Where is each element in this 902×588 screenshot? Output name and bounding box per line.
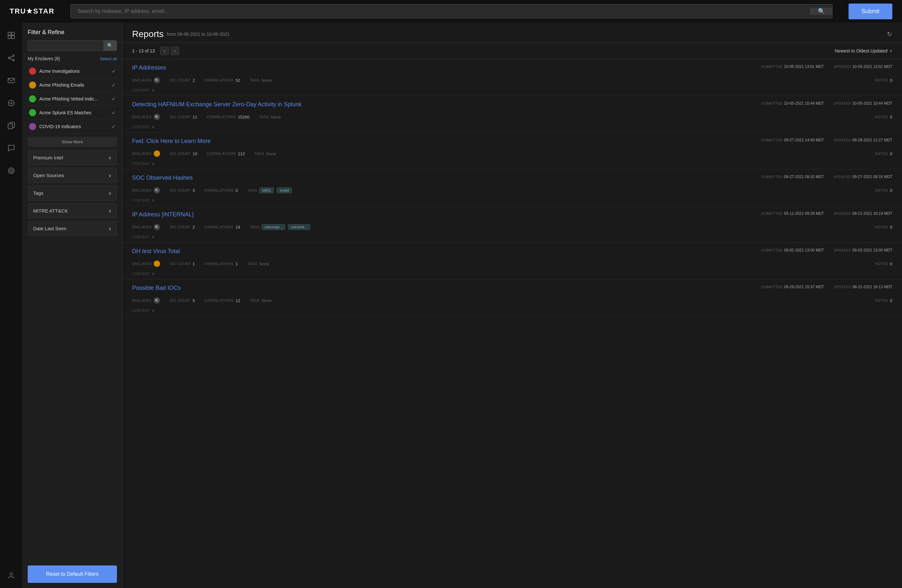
svg-point-11	[11, 102, 12, 104]
report-meta-dh-test: SUBMITTED09-02-2021 13:00 MDT UPDATED09-…	[761, 248, 892, 252]
report-details-dh-test: ENCLAVES IOC COUNT 1 CORRELATIONS 1 TAGS…	[132, 257, 892, 269]
page-nav: ‹ ›	[160, 47, 179, 55]
filter-tags-chevron: ∨	[108, 191, 111, 196]
report-link-dh-test[interactable]: DH test Virus Total	[132, 248, 180, 255]
enclave-item-acme-phishing-vetted[interactable]: Acme Phishing Vetted Indic... ✓	[28, 92, 117, 106]
content-row-fwd[interactable]: CONTENT ∨	[132, 160, 892, 169]
report-link-fwd[interactable]: Fwd: Click Here to Learn More	[132, 138, 211, 145]
svg-line-8	[10, 58, 13, 60]
tag-mitre-repl[interactable]: mitre/repl...	[262, 224, 285, 230]
search-input[interactable]	[71, 5, 811, 18]
svg-point-20	[11, 170, 12, 171]
sort-chevron-icon: ∨	[889, 48, 892, 53]
filter-date-last-seen: Date Last Seen ∨	[28, 221, 117, 236]
search-button[interactable]: 🔍	[811, 8, 832, 15]
report-details-fwd: ENCLAVES IOC COUNT 10 CORRELATIONS 112 T…	[132, 147, 892, 160]
sort-wrap[interactable]: Newest to Oldest Updated ∨	[835, 48, 892, 53]
report-item-dh-test: DH test Virus Total SUBMITTED09-02-2021 …	[122, 243, 902, 280]
content-chevron-icon-soc: ∨	[152, 198, 155, 203]
reports-toolbar: 1 - 13 of 13 ‹ › Newest to Oldest Update…	[122, 43, 902, 59]
enclave-item-covid19[interactable]: COVID-19 Indicators ✓	[28, 120, 117, 134]
report-link-soc-hashes[interactable]: SOC Observed Hashes	[132, 175, 193, 181]
enclave-check: ✓	[112, 110, 116, 115]
enclave-item-acme-phishing-emails[interactable]: Acme Phishing Emails ✓	[28, 78, 117, 92]
enclave-icon-covid19	[29, 123, 36, 130]
svg-rect-0	[8, 32, 11, 35]
search-bar: 🔍	[70, 4, 832, 18]
icon-nav	[0, 22, 23, 588]
report-meta-fwd: SUBMITTED09-27-2021 14:49 MDT UPDATED09-…	[761, 138, 892, 142]
filter-open-sources-chevron: ∨	[108, 173, 111, 178]
report-details-possible-bad-iocs: ENCLAVES 🔍 IOC COUNT 5 CORRELATIONS 12 T…	[132, 294, 892, 306]
filter-premium-intel: Premium Intel ∨	[28, 150, 117, 165]
filter-premium-intel-label: Premium Intel	[33, 155, 63, 160]
sort-label: Newest to Oldest Updated	[835, 48, 888, 53]
filter-date-last-seen-header[interactable]: Date Last Seen ∨	[28, 221, 117, 236]
updated-meta: UPDATED10-05-2021 13:01 MDT	[834, 64, 892, 69]
filter-premium-intel-header[interactable]: Premium Intel ∨	[28, 150, 117, 165]
filter-search-icon: 🔍	[107, 43, 113, 48]
tag-ta551[interactable]: ta551	[259, 188, 274, 193]
reports-panel: Reports from 09-06-2021 to 10-06-2021 ↻ …	[122, 22, 902, 588]
filter-search-button[interactable]: 🔍	[103, 41, 117, 50]
svg-point-21	[10, 573, 13, 575]
nav-icon-copy[interactable]	[5, 119, 18, 132]
refresh-icon[interactable]: ↻	[887, 30, 892, 38]
filter-mitre-header[interactable]: MITRE ATT&CK ∨	[28, 203, 117, 218]
submitted-meta: SUBMITTED10-05-2021 13:01 MDT	[761, 64, 824, 69]
filter-premium-intel-chevron: ∨	[108, 155, 111, 160]
nav-icon-target[interactable]	[5, 164, 18, 177]
report-item-fwd: Fwd: Click Here to Learn More SUBMITTED0…	[122, 133, 902, 169]
submit-button[interactable]: Submit	[849, 3, 892, 19]
filter-search-wrap: 🔍	[28, 40, 117, 51]
nav-icon-chat[interactable]	[5, 142, 18, 155]
content-row-hafnium[interactable]: CONTENT ∨	[132, 123, 892, 132]
content-row-possible-bad-iocs[interactable]: CONTENT ∨	[132, 306, 892, 316]
enclave-item-acme-investigations[interactable]: Acme Investigations ✓	[28, 64, 117, 78]
report-link-possible-bad-iocs[interactable]: Possible Bad IOCs	[132, 285, 181, 291]
reports-date-range: from 09-06-2021 to 10-06-2021	[167, 31, 230, 37]
filter-tags: Tags ∨	[28, 186, 117, 201]
next-page-button[interactable]: ›	[171, 47, 179, 55]
content-row[interactable]: CONTENT ∨	[132, 86, 892, 95]
filter-open-sources-label: Open Sources	[33, 173, 64, 178]
enclave-name: Acme Phishing Emails	[39, 83, 112, 88]
enclave-check: ✓	[112, 69, 116, 74]
content-row-soc-hashes[interactable]: CONTENT ∨	[132, 196, 892, 206]
nav-icon-compass[interactable]	[5, 97, 18, 109]
prev-page-button[interactable]: ‹	[160, 47, 169, 55]
select-all-link[interactable]: Select all	[100, 56, 117, 61]
tag-icedid[interactable]: icedid	[277, 188, 292, 193]
svg-point-6	[13, 59, 14, 61]
filter-open-sources-header[interactable]: Open Sources ∨	[28, 168, 117, 183]
reset-button[interactable]: Reset to Default Filters	[28, 566, 117, 583]
nav-icon-mail[interactable]	[5, 74, 18, 87]
report-meta-soc-hashes: SUBMITTED09-27-2021 08:10 MDT UPDATED09-…	[761, 175, 892, 179]
report-meta-ip-internal: SUBMITTED05-11-2021 09:28 MDT UPDATED09-…	[761, 211, 892, 216]
show-more-button[interactable]: Show More	[28, 137, 117, 147]
enclave-icon-acme-splunk	[29, 109, 36, 116]
enclave-name: Acme Splunk ES Matches	[39, 110, 112, 115]
svg-rect-2	[8, 36, 11, 39]
nav-icon-user[interactable]	[5, 569, 18, 582]
enclave-name: Acme Phishing Vetted Indic...	[39, 96, 112, 102]
filter-tags-header[interactable]: Tags ∨	[28, 186, 117, 200]
report-link-ip-internal[interactable]: IP Address [INTERNAL]	[132, 211, 194, 218]
content-row-dh-test[interactable]: CONTENT ∨	[132, 269, 892, 279]
report-details-soc-hashes: ENCLAVES 🔍 IOC COUNT 3 CORRELATIONS 0 TA…	[132, 184, 892, 196]
filter-search-input[interactable]	[28, 41, 103, 50]
nav-icon-share[interactable]	[5, 52, 18, 64]
enclave-item-acme-splunk[interactable]: Acme Splunk ES Matches ✓	[28, 106, 117, 120]
main-layout: Filter & Refine 🔍 My Enclaves (8) Select…	[0, 22, 902, 588]
content-row-ip-internal[interactable]: CONTENT ∨	[132, 233, 892, 242]
content-chevron-icon-hafnium: ∨	[152, 125, 155, 129]
svg-rect-3	[12, 36, 14, 39]
reports-list: IP Addresses SUBMITTED10-05-2021 13:01 M…	[122, 59, 902, 588]
enclave-check: ✓	[112, 96, 116, 102]
filter-open-sources: Open Sources ∨	[28, 168, 117, 183]
report-link-hafnium[interactable]: Detecting HAFNIUM Exchange Server Zero-D…	[132, 101, 302, 108]
report-link-ip-addresses[interactable]: IP Addresses	[132, 64, 166, 71]
tag-mitre-init[interactable]: mitre/init...	[288, 224, 310, 230]
topbar: TRU★STAR 🔍 Submit	[0, 0, 902, 22]
nav-icon-grid[interactable]	[5, 29, 18, 42]
